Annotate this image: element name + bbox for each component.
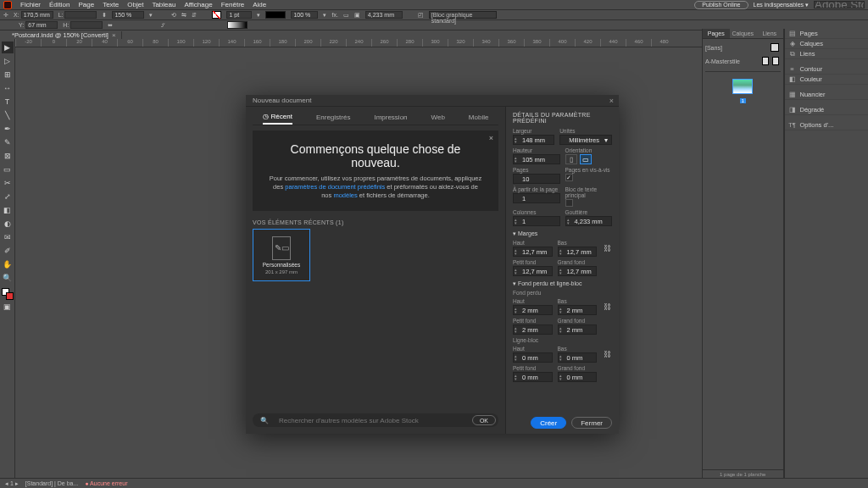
panel-gradient-btn[interactable]: ◨Dégradé bbox=[785, 105, 868, 115]
menu-table[interactable]: Tableau bbox=[152, 1, 175, 8]
cat-print[interactable]: Impression bbox=[374, 114, 407, 124]
gutter-input[interactable]: ▴▾4,233 mm bbox=[565, 216, 613, 226]
stock-search-input[interactable] bbox=[814, 1, 865, 8]
flip-v-icon[interactable]: ⇵ bbox=[192, 12, 197, 19]
stroke-weight[interactable] bbox=[226, 11, 252, 19]
pages-input[interactable]: 10 bbox=[513, 174, 560, 184]
panel-color-btn[interactable]: ◧Couleur bbox=[785, 75, 868, 85]
link-margins-icon[interactable]: ⛓ bbox=[602, 244, 612, 252]
pen-tool[interactable]: ✒ bbox=[2, 123, 14, 135]
wrap-icon-2[interactable]: ▣ bbox=[354, 12, 360, 19]
preview-mode-toggle[interactable]: ▣ bbox=[2, 301, 14, 313]
gap-tool[interactable]: ↔ bbox=[2, 82, 14, 94]
page-thumbnail-1[interactable] bbox=[732, 79, 753, 94]
primary-text-frame-checkbox[interactable] bbox=[565, 199, 573, 207]
opacity-field[interactable] bbox=[291, 11, 318, 19]
gradient-swatch-tool[interactable]: ◧ bbox=[2, 204, 14, 216]
document-tab[interactable]: *Postcard.indd @ 150% [Converti] × bbox=[7, 31, 122, 39]
publish-online-button[interactable]: Publish Online bbox=[694, 1, 748, 9]
width-input[interactable]: ▴▾148 mm bbox=[513, 135, 554, 145]
start-page-input[interactable]: 1 bbox=[513, 193, 560, 203]
cat-web[interactable]: Web bbox=[431, 114, 445, 124]
cat-saved[interactable]: Enregistrés bbox=[316, 114, 350, 124]
zoom-tool[interactable]: 🔍 bbox=[2, 272, 14, 284]
pencil-tool[interactable]: ✎ bbox=[2, 136, 14, 148]
object-style-select[interactable]: [Bloc graphique standard] bbox=[429, 11, 497, 19]
gradient-swatch[interactable] bbox=[227, 21, 248, 29]
status-page[interactable]: ◂ 1 ▸ bbox=[5, 480, 19, 487]
panel-options-btn[interactable]: T¶Options d'... bbox=[785, 120, 868, 130]
dialog-close-icon[interactable]: × bbox=[609, 95, 614, 107]
height-input[interactable]: ▴▾105 mm bbox=[513, 154, 560, 164]
hand-tool[interactable]: ✋ bbox=[2, 258, 14, 270]
corner-icon[interactable]: ◰ bbox=[418, 12, 424, 19]
h-field[interactable] bbox=[70, 21, 103, 29]
margin-outside[interactable]: ▴▾12,7 mm bbox=[558, 266, 598, 276]
bleed-bottom[interactable]: ▴▾2 mm bbox=[558, 305, 598, 315]
cat-recent[interactable]: ◷Récent bbox=[263, 113, 292, 125]
orientation-portrait[interactable]: ▯ bbox=[565, 154, 577, 164]
close-button[interactable]: Fermer bbox=[571, 417, 612, 429]
fill-swatch[interactable] bbox=[212, 11, 221, 19]
tab-pages[interactable]: Pages bbox=[703, 29, 730, 38]
panel-layers-btn[interactable]: ◈Calques bbox=[785, 39, 868, 49]
margin-inside[interactable]: ▴▾12,7 mm bbox=[513, 266, 553, 276]
margin-bottom[interactable]: ▴▾12,7 mm bbox=[558, 247, 598, 257]
menu-window[interactable]: Fenêtre bbox=[221, 1, 245, 8]
master-none[interactable]: [Sans] bbox=[705, 42, 781, 53]
link-slug-icon[interactable]: ⛓ bbox=[602, 350, 612, 358]
tab-layers[interactable]: Calques bbox=[730, 29, 757, 38]
gradient-feather-tool[interactable]: ◐ bbox=[2, 218, 14, 230]
margin-top[interactable]: ▴▾12,7 mm bbox=[513, 247, 553, 257]
master-a[interactable]: A-Masterstile bbox=[705, 55, 781, 68]
y-field[interactable] bbox=[25, 21, 58, 29]
bleed-outside[interactable]: ▴▾2 mm bbox=[558, 324, 598, 335]
bleed-inside[interactable]: ▴▾2 mm bbox=[513, 324, 553, 335]
flip-h-icon[interactable]: ⇋ bbox=[181, 12, 186, 19]
preflight-status[interactable]: ● Aucune erreur bbox=[85, 480, 127, 486]
bleed-disclosure[interactable]: Fond perdu et ligne-bloc bbox=[513, 280, 612, 287]
page-tool[interactable]: ⊞ bbox=[2, 69, 14, 80]
tab-links[interactable]: Liens bbox=[756, 29, 783, 38]
slug-outside[interactable]: ▴▾0 mm bbox=[558, 372, 598, 382]
close-tab-icon[interactable]: × bbox=[112, 31, 116, 39]
menu-help[interactable]: Aide bbox=[253, 1, 266, 8]
selection-tool[interactable]: ▶ bbox=[2, 42, 14, 53]
x-field[interactable] bbox=[21, 11, 53, 19]
eyedropper-tool[interactable]: ✐ bbox=[2, 245, 14, 257]
zoom-select[interactable] bbox=[112, 11, 144, 19]
create-button[interactable]: Créer bbox=[531, 417, 566, 429]
columns-input[interactable]: ▴▾1 bbox=[513, 216, 560, 226]
bleed-top[interactable]: ▴▾2 mm bbox=[513, 305, 553, 315]
shear-icon[interactable]: ⫽ bbox=[160, 22, 166, 28]
stock-search-go[interactable]: OK bbox=[472, 415, 496, 425]
scissors-tool[interactable]: ✂ bbox=[2, 177, 14, 189]
menu-view[interactable]: Affichage bbox=[184, 1, 212, 8]
note-tool[interactable]: ✉ bbox=[2, 231, 14, 243]
rotate-icon[interactable]: ⟲ bbox=[171, 12, 176, 19]
stock-template-search[interactable] bbox=[274, 417, 467, 424]
link-bleed-icon[interactable]: ⛓ bbox=[602, 302, 612, 311]
hero-close-icon[interactable]: × bbox=[489, 134, 493, 142]
status-view[interactable]: [Standard] | De ba... bbox=[25, 480, 79, 486]
w-field[interactable] bbox=[64, 11, 97, 19]
free-transform-tool[interactable]: ⤢ bbox=[2, 191, 14, 202]
menu-object[interactable]: Objet bbox=[127, 1, 143, 8]
hero-link-presets[interactable]: paramètres de document prédéfinis bbox=[285, 183, 385, 191]
panel-stroke-btn[interactable]: ≡Contour bbox=[785, 64, 868, 75]
slug-top[interactable]: ▴▾0 mm bbox=[513, 352, 553, 363]
panel-links-btn[interactable]: ⧉Liens bbox=[785, 49, 868, 59]
wrap-offset[interactable] bbox=[365, 11, 403, 19]
stroke-style-swatch[interactable] bbox=[265, 11, 286, 19]
color-swatch[interactable] bbox=[2, 288, 14, 300]
menu-page[interactable]: Page bbox=[78, 1, 94, 8]
hero-link-templates[interactable]: modèles bbox=[333, 191, 357, 199]
direct-selection-tool[interactable]: ▷ bbox=[2, 55, 14, 67]
orientation-landscape[interactable]: ▭ bbox=[580, 154, 592, 164]
cat-mobile[interactable]: Mobile bbox=[469, 114, 489, 124]
menu-file[interactable]: Fichier bbox=[20, 1, 41, 8]
panel-pages-btn[interactable]: ▤Pages bbox=[785, 29, 868, 39]
units-select[interactable]: Millimètres▾ bbox=[559, 135, 612, 145]
preset-custom[interactable]: ✎▭ Personnalisées 201 x 297 mm bbox=[253, 229, 310, 281]
margins-disclosure[interactable]: Marges bbox=[513, 230, 612, 237]
